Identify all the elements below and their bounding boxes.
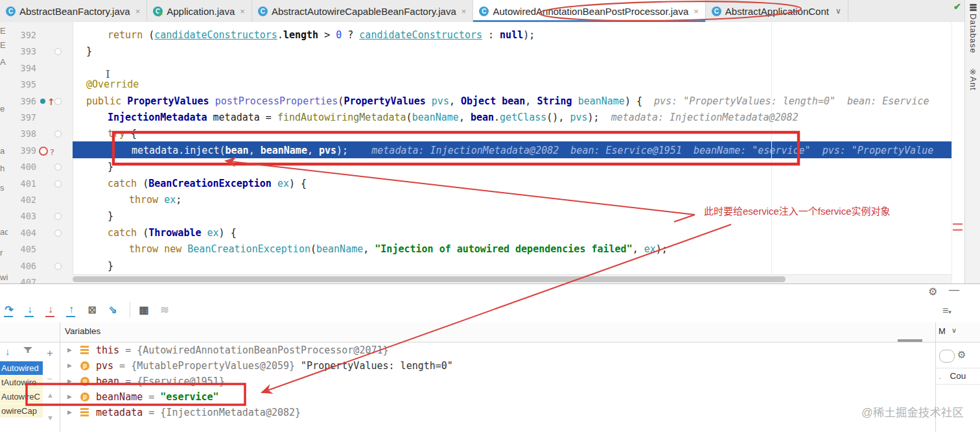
close-icon[interactable]: × (694, 6, 699, 16)
fold-marker-icon[interactable] (54, 98, 62, 105)
variable-row-metadata[interactable]: ▶metadata = {InjectionMetadata@2082} (62, 405, 931, 420)
line-number: 402 (9, 192, 36, 208)
variable-text: pvs = {MutablePropertyValues@2059} "Prop… (96, 358, 453, 374)
evaluate-expression-icon[interactable]: ▦ (136, 304, 152, 318)
trace-stream-icon[interactable]: ≋ (157, 304, 172, 318)
pane-divider[interactable] (60, 322, 60, 432)
code-line-400[interactable]: 400} (0, 159, 964, 175)
settings-gear-icon[interactable]: ⚙ (928, 285, 937, 298)
code-text: public PropertyValues postProcessPropert… (86, 93, 929, 110)
code-line-398[interactable]: 398try { (0, 126, 964, 142)
overrides-arrow-icon[interactable]: ↑ (47, 94, 55, 110)
breakpoint-question-icon[interactable] (39, 147, 48, 156)
breakpoint-question-mark: ? (50, 144, 54, 160)
runnable-class-icon: C (153, 6, 163, 16)
debug-view-tabs: Variables M ∨ (0, 322, 980, 342)
text-cursor-icon: I (106, 67, 110, 80)
expand-arrow-icon[interactable]: ▶ (67, 405, 72, 420)
class-icon: C (258, 6, 268, 16)
stack-frame-item[interactable]: tAutowire (0, 376, 43, 389)
code-line-397[interactable]: 397InjectionMetadata metadata = findAuto… (0, 110, 964, 126)
fold-marker-icon[interactable] (54, 130, 62, 138)
fold-marker-icon[interactable] (54, 213, 62, 220)
hide-panel-icon[interactable]: — (949, 284, 959, 296)
tool-button-database[interactable]: Database (965, 14, 980, 56)
fold-marker-icon[interactable] (54, 48, 62, 55)
frames-down-icon[interactable]: ↓ (5, 346, 10, 357)
variable-row-pvs[interactable]: ▶ppvs = {MutablePropertyValues@2059} "Pr… (62, 358, 931, 374)
tab-abstractautowirecapablebeanfactory-java[interactable]: CAbstractAutowireCapableBeanFactory.java… (252, 0, 473, 22)
class-icon: C (712, 6, 721, 16)
expand-arrow-icon[interactable]: ▶ (67, 358, 72, 374)
fold-marker-icon[interactable] (54, 230, 62, 237)
run-to-cursor-icon[interactable]: ⇘ (105, 304, 121, 318)
fold-marker-icon[interactable] (54, 163, 62, 171)
scroll-down-icon[interactable]: ▼ (47, 414, 54, 422)
horizontal-scrollbar[interactable] (73, 274, 951, 283)
override-marker-icon[interactable] (40, 99, 45, 104)
parameter-icon: p (80, 392, 89, 402)
expand-arrow-icon[interactable]: ▶ (67, 389, 72, 405)
line-number: 398 (9, 126, 36, 142)
scroll-up-icon[interactable]: ▲ (47, 391, 54, 399)
code-line-392[interactable]: 392return (candidateConstructors.length … (0, 27, 964, 43)
memory-column-header[interactable]: . Cou (936, 368, 980, 385)
code-line-396[interactable]: 396↑public PropertyValues postProcessPro… (0, 93, 964, 110)
fold-marker-icon[interactable] (54, 263, 62, 270)
close-icon[interactable]: × (135, 6, 141, 16)
expand-arrow-icon[interactable]: ▶ (67, 342, 72, 358)
tab-abstractbeanfactory-java[interactable]: CAbstractBeanFactory.java× (0, 0, 147, 22)
chevron-down-icon[interactable]: ∨ (835, 6, 841, 16)
code-line-394[interactable]: 394 (0, 60, 964, 77)
code-line-404[interactable]: 404catch (Throwable ex) { (0, 225, 964, 241)
debug-step-toolbar: ≡▾ ↷↓↓↑⊠⇘▦≋ (0, 300, 980, 323)
clipped-edge-text: r (0, 248, 8, 258)
search-input[interactable] (939, 350, 955, 363)
code-line-399[interactable]: 399?metadata.inject(bean, beanName, pvs)… (0, 143, 964, 159)
code-text: return (candidateConstructors.length > 0… (108, 27, 535, 43)
code-text: catch (BeanCreationException ex) { (108, 176, 307, 192)
layout-settings-icon[interactable]: ≡▾ (942, 305, 951, 317)
code-line-401[interactable]: 401catch (BeanCreationException ex) { (0, 176, 964, 192)
drop-frame-icon[interactable]: ⊠ (84, 304, 100, 318)
tab-label: AbstractAutowireCapableBeanFactory.java (272, 6, 456, 17)
stack-frame-item[interactable]: AutowireC (0, 390, 43, 403)
force-step-into-icon[interactable]: ↓ (43, 304, 58, 318)
stack-frame-item[interactable]: Autowired (0, 361, 43, 375)
tab-variables[interactable]: Variables (65, 326, 100, 336)
code-text: @Override (86, 77, 139, 93)
code-editor[interactable]: 392return (candidateConstructors.length … (0, 22, 964, 283)
code-line-395[interactable]: 395@Override (0, 77, 964, 93)
memory-gear-icon[interactable]: ⚙ (957, 349, 966, 361)
debug-panel-header: ⚙ — (0, 284, 980, 300)
inspections-ok-icon[interactable]: ✔ (953, 1, 961, 12)
code-line-393[interactable]: 393} (0, 43, 964, 60)
step-into-icon[interactable]: ↓ (22, 304, 38, 318)
variable-row-this[interactable]: ▶this = {AutowiredAnnotationBeanPostProc… (62, 342, 931, 358)
code-line-405[interactable]: 405throw new BeanCreationException(beanN… (0, 241, 964, 258)
tool-button-ant[interactable]: ※ Ant (965, 66, 980, 93)
close-icon[interactable]: × (240, 6, 245, 16)
code-line-406[interactable]: 406} (0, 258, 964, 274)
variable-row-bean[interactable]: ▶pbean = {Eservice@1951} (62, 374, 931, 389)
expand-arrow-icon[interactable]: ▶ (67, 374, 72, 389)
right-tool-stripe: Database ※ Ant (964, 0, 980, 283)
add-watch-button[interactable]: + (47, 347, 53, 360)
close-icon[interactable]: × (461, 6, 467, 16)
remove-watch-button[interactable]: − (47, 373, 52, 384)
step-over-icon[interactable]: ↷ (1, 304, 17, 318)
code-text: } (108, 208, 113, 224)
fold-marker-icon[interactable] (54, 180, 62, 187)
variable-text: this = {AutowiredAnnotationBeanPostProce… (96, 342, 389, 358)
stack-frame-item[interactable]: owireCap (0, 404, 43, 418)
step-out-icon[interactable]: ↑ (64, 304, 79, 318)
stripe-mark[interactable] (953, 229, 962, 231)
scrollbar-thumb[interactable] (73, 276, 786, 282)
stripe-mark[interactable] (953, 223, 962, 225)
tab-abstractapplicationcont[interactable]: CAbstractApplicationCont∨ (706, 0, 848, 22)
tab-autowiredannotationbeanpostprocessor-java[interactable]: CAutowiredAnnotationBeanPostProcessor.ja… (473, 0, 705, 22)
chinese-callout-text: 此时要给eservice注入一个fservice实例对象 (704, 204, 911, 217)
tab-application-java[interactable]: CApplication.java× (147, 0, 252, 22)
variable-row-beanName[interactable]: ▶pbeanName = "eservice" (62, 389, 931, 405)
line-number: 406 (9, 258, 36, 274)
